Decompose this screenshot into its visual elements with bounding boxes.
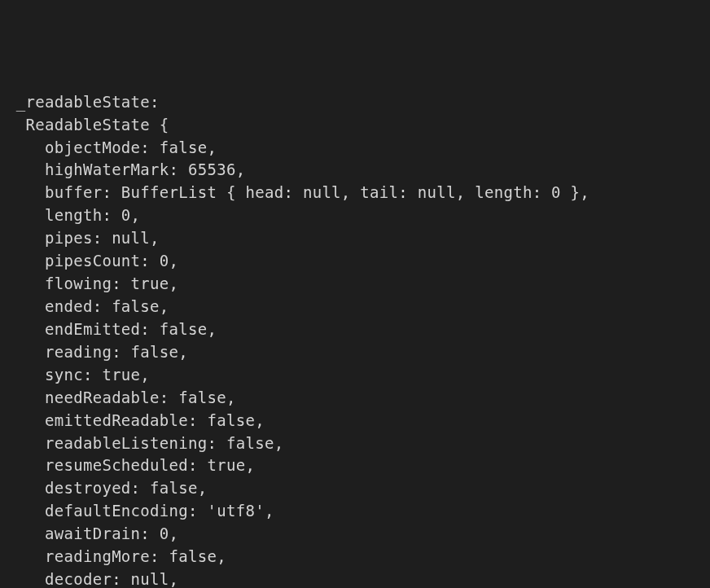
code-line: needReadable: false, [7,388,236,406]
code-line: awaitDrain: 0, [7,524,178,542]
code-line: emittedReadable: false, [7,411,265,429]
code-line: sync: true, [7,366,150,384]
code-line: ReadableState { [7,116,169,134]
console-output: _readableState: ReadableState { objectMo… [0,91,710,588]
code-line: destroyed: false, [7,479,208,497]
code-line: endEmitted: false, [7,320,217,338]
code-line: pipesCount: 0, [7,252,178,270]
code-line: _readableState: [7,93,160,111]
code-line: resumeScheduled: true, [7,456,255,474]
code-line: decoder: null, [7,570,178,588]
code-line: pipes: null, [7,229,160,247]
code-line: highWaterMark: 65536, [7,160,245,178]
code-line: length: 0, [7,206,140,224]
code-line: objectMode: false, [7,138,217,156]
code-line: buffer: BufferList { head: null, tail: n… [7,183,589,201]
code-line: reading: false, [7,343,188,361]
code-line: flowing: true, [7,274,178,292]
code-line: ended: false, [7,297,169,315]
code-line: readingMore: false, [7,547,226,565]
code-line: defaultEncoding: 'utf8', [7,502,274,520]
code-line: readableListening: false, [7,434,283,452]
